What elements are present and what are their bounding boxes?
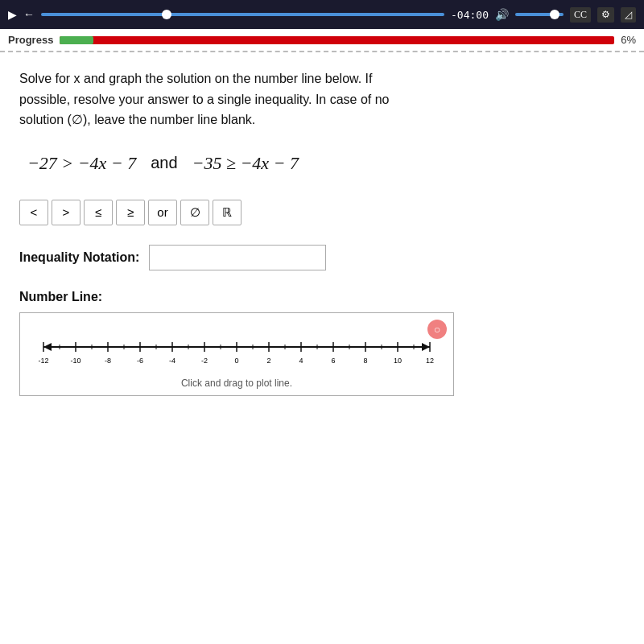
problem-line1: Solve for x and graph the solution on th… bbox=[19, 72, 373, 85]
progress-bar-outer bbox=[60, 36, 614, 44]
equation-connector: and bbox=[151, 154, 177, 172]
volume-track[interactable] bbox=[515, 13, 564, 16]
svg-marker-1 bbox=[43, 343, 52, 351]
play-button[interactable]: ▶ bbox=[8, 8, 17, 22]
equation-left: −27 > −4x − 7 bbox=[27, 153, 136, 174]
svg-text:12: 12 bbox=[426, 357, 434, 365]
fullscreen-button[interactable]: ◿ bbox=[621, 7, 636, 23]
progress-bar-inner bbox=[60, 36, 93, 44]
svg-text:4: 4 bbox=[299, 357, 303, 365]
volume-icon[interactable]: 🔊 bbox=[495, 8, 509, 22]
progress-row: Progress 6% bbox=[0, 29, 644, 52]
svg-text:0: 0 bbox=[234, 357, 238, 365]
svg-text:-10: -10 bbox=[70, 357, 80, 365]
media-progress-thumb bbox=[162, 10, 171, 19]
or-button[interactable]: or bbox=[148, 200, 177, 225]
svg-text:6: 6 bbox=[331, 357, 335, 365]
clear-button[interactable]: ○ bbox=[427, 320, 447, 339]
progress-label: Progress bbox=[8, 34, 53, 46]
svg-text:10: 10 bbox=[394, 357, 402, 365]
problem-line3: solution (∅), leave the number line blan… bbox=[19, 113, 255, 126]
number-line-svg[interactable]: -12 -10 -8 -6 -4 -2 0 bbox=[33, 323, 440, 371]
inequality-notation-label: Inequality Notation: bbox=[19, 250, 139, 265]
progress-percent: 6% bbox=[621, 34, 636, 46]
problem-line2: possible, resolve your answer to a singl… bbox=[19, 93, 390, 106]
less-than-button[interactable]: < bbox=[19, 200, 48, 225]
equation-right: −35 ≥ −4x − 7 bbox=[192, 153, 299, 174]
equation-row: −27 > −4x − 7 and −35 ≥ −4x − 7 bbox=[19, 153, 625, 174]
symbol-buttons: < > ≤ ≥ or ∅ ℝ bbox=[19, 200, 625, 225]
cc-button[interactable]: CC bbox=[570, 7, 591, 23]
number-line-box[interactable]: ○ -12 -10 -8 -6 bbox=[19, 312, 454, 396]
click-drag-hint: Click and drag to plot line. bbox=[33, 378, 440, 389]
svg-text:8: 8 bbox=[363, 357, 367, 365]
media-progress-track[interactable] bbox=[41, 13, 444, 16]
time-display: -04:00 bbox=[451, 9, 489, 21]
svg-text:-8: -8 bbox=[105, 357, 111, 365]
svg-text:-2: -2 bbox=[201, 357, 208, 365]
main-content: Solve for x and graph the solution on th… bbox=[0, 52, 644, 404]
empty-set-button[interactable]: ∅ bbox=[180, 200, 209, 225]
svg-text:-4: -4 bbox=[169, 357, 175, 365]
real-numbers-button[interactable]: ℝ bbox=[213, 200, 242, 225]
settings-button[interactable]: ⚙ bbox=[597, 7, 614, 23]
notation-row: Inequality Notation: bbox=[19, 245, 625, 270]
media-bar: ▶ ← -04:00 🔊 CC ⚙ ◿ bbox=[0, 0, 644, 29]
inequality-notation-input[interactable] bbox=[149, 245, 326, 270]
svg-text:-12: -12 bbox=[38, 357, 48, 365]
volume-thumb bbox=[550, 10, 559, 19]
back-icon[interactable]: ← bbox=[23, 8, 35, 21]
svg-text:-6: -6 bbox=[137, 357, 143, 365]
problem-text: Solve for x and graph the solution on th… bbox=[19, 68, 625, 130]
greater-than-button[interactable]: > bbox=[52, 200, 80, 225]
number-line-label: Number Line: bbox=[19, 290, 625, 304]
svg-marker-2 bbox=[422, 343, 430, 351]
number-line-section: Number Line: ○ -12 -10 -8 bbox=[19, 290, 625, 396]
less-equal-button[interactable]: ≤ bbox=[84, 200, 113, 225]
greater-equal-button[interactable]: ≥ bbox=[116, 200, 145, 225]
svg-text:2: 2 bbox=[266, 357, 270, 365]
